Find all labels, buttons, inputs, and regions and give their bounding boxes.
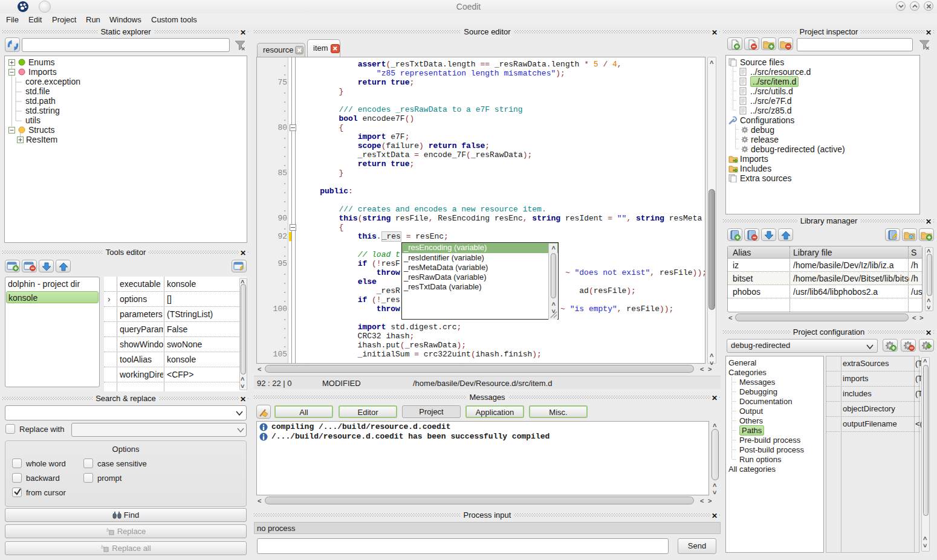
svg-text:b: b [106,527,109,533]
svg-text:b: b [101,544,104,550]
